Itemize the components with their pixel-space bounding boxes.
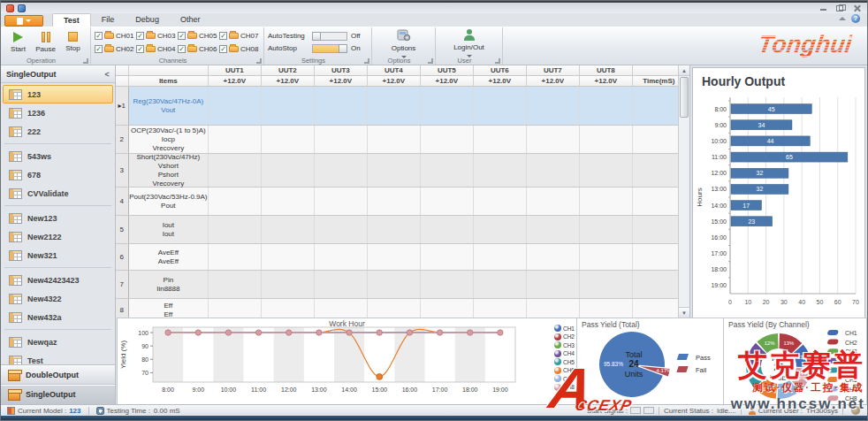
channel-checkbox-ch07[interactable]: ✓CH07 (219, 29, 261, 42)
dialog-launcher-icon[interactable] (256, 58, 262, 64)
svg-text:16:00: 16:00 (711, 234, 727, 241)
sidebar-item-cvvalidate[interactable]: CVValidate (3, 184, 113, 203)
table-scrollbar[interactable]: ▲ ▼ (678, 65, 689, 318)
collapse-ribbon-icon[interactable] (839, 17, 846, 20)
uut-value-cell (474, 154, 527, 187)
table-row[interactable]: 5IoutIout (116, 216, 689, 244)
login-out-button[interactable]: Login/Out (443, 29, 496, 57)
legend-item-ch3: CH3 (554, 341, 575, 348)
application-menu-icon (17, 18, 23, 25)
channel-label: CH02 (116, 45, 133, 53)
channel-checkbox-ch03[interactable]: ✓CH03 (136, 29, 178, 42)
sidebar-mode-doubleoutput[interactable]: DoubleOutput (1, 365, 115, 385)
svg-text:11:00: 11:00 (712, 154, 727, 160)
sidebar-item-new321[interactable]: New321 (3, 246, 113, 264)
channel-checkbox-ch05[interactable]: ✓CH05 (178, 29, 219, 42)
legend-label: CH3 (563, 342, 575, 348)
sidebar-item-1236[interactable]: 1236 (3, 103, 113, 122)
svg-text:13%: 13% (797, 355, 808, 360)
uut-value-cell (474, 299, 527, 318)
table-row[interactable]: 7PinIin8888 (116, 271, 689, 299)
options-button[interactable]: Options (379, 29, 429, 58)
svg-text:95.83%: 95.83% (604, 361, 623, 367)
row-items-cell: PinIin8888 (129, 271, 209, 298)
sidebar-item-222[interactable]: 222 (3, 122, 113, 141)
svg-text:30: 30 (780, 299, 788, 305)
header-cell-uut5: UUT5 (421, 65, 474, 76)
dialog-launcher-icon[interactable] (83, 58, 88, 64)
channel-checkbox-ch02[interactable]: ✓CH02 (95, 42, 136, 56)
table-row[interactable]: 2OCP(230Vac/-(1 to 5)A)IocpVrecovery (116, 126, 689, 154)
tab-test[interactable]: Test (52, 13, 91, 27)
sidebar-item-new4322[interactable]: New4322 (3, 289, 113, 308)
scrollbar-thumb[interactable] (680, 77, 689, 118)
sidebar-header[interactable]: SingleOutput < (1, 65, 115, 83)
sidebar-separator (4, 267, 111, 268)
checkbox-icon: ✓ (219, 32, 227, 40)
tab-file[interactable]: File (91, 13, 126, 27)
uut-value-cell (421, 126, 474, 153)
stop-button[interactable]: Stop (60, 32, 87, 52)
sidebar-item-test[interactable]: Test (3, 351, 113, 364)
sidebar-item-newqaz[interactable]: Newqaz (3, 333, 113, 351)
sidebar-item-new432a[interactable]: New432a (3, 308, 113, 326)
sidebar-item-new123[interactable]: New123 (3, 209, 113, 227)
uut-value-cell (421, 244, 474, 270)
legend-item-ch6: CH6 (554, 367, 575, 374)
collapse-sidebar-icon[interactable]: < (105, 70, 110, 79)
svg-text:70: 70 (141, 370, 148, 376)
close-icon[interactable] (853, 4, 862, 11)
sidebar-item-new42423423[interactable]: New42423423 (3, 271, 113, 289)
tab-debug[interactable]: Debug (125, 13, 170, 27)
channel-checkbox-ch06[interactable]: ✓CH06 (178, 42, 219, 56)
help-icon[interactable]: ? (851, 14, 860, 23)
uut-value-cell (421, 188, 474, 215)
table-row[interactable]: 8EffEff (116, 299, 689, 318)
channel-checkbox-ch08[interactable]: ✓CH08 (219, 42, 261, 56)
auto-testing-toggle[interactable] (312, 32, 347, 41)
auto-stop-toggle[interactable] (312, 44, 347, 53)
minimize-icon[interactable] (819, 4, 828, 11)
svg-text:19:00: 19:00 (711, 282, 727, 288)
svg-text:44: 44 (767, 138, 774, 144)
svg-text:45: 45 (768, 106, 775, 112)
application-menu-button[interactable] (4, 15, 43, 27)
quick-access-app-icon[interactable] (6, 4, 14, 12)
channel-checkbox-ch01[interactable]: ✓CH01 (95, 29, 136, 42)
dialog-launcher-icon[interactable] (364, 58, 369, 64)
svg-text:CH2: CH2 (845, 340, 857, 346)
hourly-output-chart: 0102030405060708:00459:003410:004411:006… (693, 88, 864, 317)
legend-ball-icon (554, 341, 561, 348)
dialog-launcher-icon[interactable] (495, 58, 500, 64)
work-hour-chart: 7080901008:009:0010:0011:0012:0013:0014:… (118, 318, 520, 405)
tab-other[interactable]: Other (170, 13, 211, 27)
folder-icon (146, 33, 156, 39)
sidebar-item-543ws[interactable]: 543ws (3, 147, 113, 165)
sidebar-item-123[interactable]: 123 (3, 85, 113, 103)
ribbon-group-channels: ✓CH01✓CH02✓CH03✓CH04✓CH05✓CH06✓CH07✓CH08… (91, 27, 264, 65)
sidebar-item-678[interactable]: 678 (3, 165, 113, 184)
scroll-down-icon[interactable]: ▼ (679, 307, 689, 318)
items-header-cell: Items (129, 76, 209, 87)
table-row[interactable]: 6AveEffAveEff (116, 244, 689, 271)
quick-access-save-icon[interactable] (18, 4, 26, 12)
restore-icon[interactable] (836, 4, 845, 11)
sidebar-bottom-buttons: DoubleOutputSingleOutput (1, 364, 115, 404)
svg-text:8:00: 8:00 (714, 106, 727, 112)
table-row[interactable]: ▸1Reg(230Vac/47Hz-0A)Vout (116, 87, 689, 126)
svg-text:80: 80 (141, 356, 148, 363)
testing-time-value: 0.00 mS (154, 407, 180, 415)
dialog-launcher-icon[interactable] (428, 58, 433, 64)
scroll-up-icon[interactable]: ▲ (679, 65, 689, 76)
sidebar-mode-label: DoubleOutput (26, 371, 79, 379)
sidebar-item-label: New321 (27, 251, 57, 260)
sidebar-mode-singleoutput[interactable]: SingleOutput (1, 385, 115, 404)
table-row[interactable]: 3Short(230Vac/47Hz)VshortPshortVrecovery (116, 154, 689, 188)
start-button[interactable]: Start (5, 32, 32, 53)
channel-checkbox-ch04[interactable]: ✓CH04 (136, 42, 178, 56)
uut-value-cell (368, 188, 421, 215)
table-row[interactable]: 4Pout(230Vac/53Hz-0.9A)Pout (116, 188, 689, 216)
uut-value-cell (262, 299, 315, 318)
pause-button[interactable]: Pause (33, 32, 59, 53)
sidebar-item-new2122[interactable]: New2122 (3, 227, 113, 246)
